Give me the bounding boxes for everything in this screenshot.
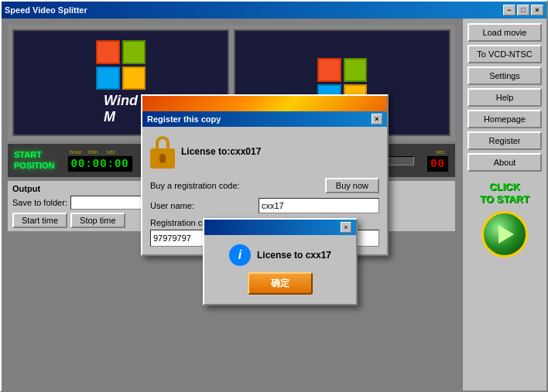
start-label-line2: POSITION: [14, 161, 55, 171]
end-sec-label: sec: [432, 148, 449, 155]
lock-icon-container: [150, 135, 175, 169]
help-button[interactable]: Help: [468, 88, 542, 107]
ms-sq-blue: [96, 66, 120, 90]
username-row: User name:: [150, 198, 379, 213]
play-button[interactable]: [481, 211, 528, 257]
click-to-start-label: CLICKTO START: [468, 181, 542, 205]
play-icon: [498, 225, 514, 244]
buy-row: Buy a registration code: Buy now: [150, 178, 379, 193]
save-to-folder-label: Save to folder:: [12, 198, 67, 207]
time-units: hour min sec: [67, 148, 133, 155]
app-title: Speed Video Splitter: [5, 5, 87, 15]
success-info-row: i License to cxx17: [229, 244, 331, 266]
license-text: License to:cxx017: [181, 146, 261, 157]
end-timecode: 00: [426, 155, 449, 172]
register-dialog-title: Register this copy ×: [142, 111, 387, 127]
ms-sq-green: [122, 40, 146, 64]
ms-sq-green-r: [344, 58, 368, 82]
start-timecode: 00:00:00: [67, 155, 133, 172]
settings-button[interactable]: Settings: [468, 66, 542, 85]
start-position-label: START POSITION: [14, 150, 55, 170]
ms-sq-red: [96, 40, 120, 64]
end-time-units: sec: [432, 148, 449, 155]
license-row: License to:cxx017: [150, 135, 379, 169]
ms-logo-left: [96, 40, 146, 90]
success-message: License to cxx17: [257, 250, 331, 261]
stop-time-button[interactable]: Stop time: [70, 213, 125, 228]
register-button[interactable]: Register: [468, 131, 542, 150]
buy-now-button[interactable]: Buy now: [325, 178, 379, 193]
start-timecode-box: hour min sec 00:00:00: [67, 148, 133, 172]
start-label-line1: START: [14, 150, 55, 160]
register-title-text: Register this copy: [147, 114, 221, 124]
success-dialog-title: ×: [204, 220, 356, 235]
start-time-button[interactable]: Start time: [12, 213, 67, 228]
lock-shackle: [156, 136, 170, 148]
success-close-button[interactable]: ×: [341, 222, 351, 233]
load-movie-button[interactable]: Load movie: [468, 23, 542, 42]
app-window: Speed Video Splitter − □ ×: [0, 0, 548, 392]
ok-button[interactable]: 确定: [248, 272, 313, 295]
homepage-button[interactable]: Homepage: [468, 110, 542, 128]
title-bar-controls: − □ ×: [503, 5, 543, 15]
sec-label: sec: [103, 148, 120, 155]
success-dialog: × i License to cxx17 确定: [203, 218, 358, 305]
maximize-button[interactable]: □: [517, 5, 529, 15]
success-dialog-body: i License to cxx17 确定: [204, 235, 356, 304]
close-button[interactable]: ×: [531, 5, 543, 15]
register-close-button[interactable]: ×: [372, 114, 382, 124]
title-bar: Speed Video Splitter − □ ×: [2, 2, 546, 19]
hour-label: hour: [67, 148, 84, 155]
username-label: User name:: [150, 201, 259, 210]
ms-sq-red-r: [317, 58, 341, 82]
minimize-button[interactable]: −: [503, 5, 515, 15]
right-sidebar: Load movie To VCD-NTSC Settings Help Hom…: [461, 19, 546, 390]
ms-sq-yellow: [122, 66, 146, 90]
lock-keyhole: [159, 154, 166, 163]
video-left-content: WindM: [96, 40, 146, 125]
buy-label: Buy a registration code:: [150, 181, 259, 190]
min-label: min: [85, 148, 102, 155]
play-button-container: [468, 211, 542, 257]
lock-body: [150, 148, 175, 169]
dialog-wave-bar: [142, 96, 387, 111]
username-input[interactable]: [259, 198, 379, 213]
wm-label-left: WindM: [104, 93, 138, 125]
end-timecode-box: sec 00: [426, 148, 449, 172]
to-vcd-ntsc-button[interactable]: To VCD-NTSC: [468, 45, 542, 63]
about-button[interactable]: About: [468, 153, 542, 172]
info-icon: i: [229, 244, 251, 266]
